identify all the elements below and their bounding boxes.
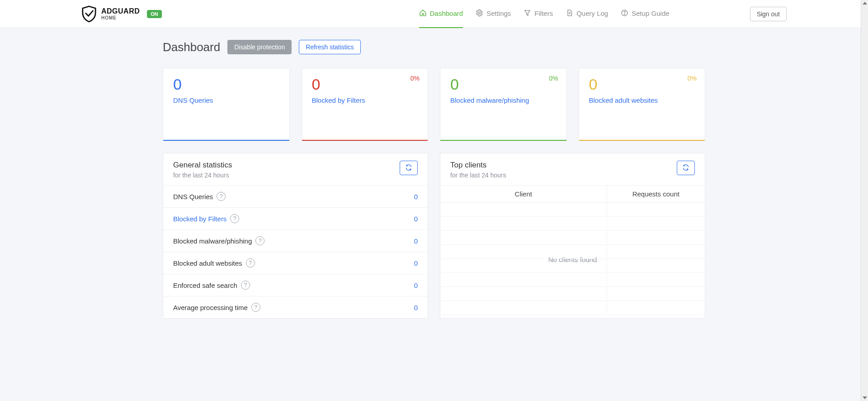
panel-title: General statistics — [173, 161, 232, 170]
document-icon — [566, 9, 573, 18]
column-header-requests[interactable]: Requests count — [607, 186, 705, 202]
stat-row-value: 0 — [414, 304, 418, 311]
stat-row-value: 0 — [414, 259, 418, 267]
help-icon[interactable]: ? — [217, 192, 226, 201]
refresh-icon — [405, 164, 412, 172]
stat-row-blocked-malware: Blocked malware/phishing ? 0 — [163, 230, 428, 252]
help-icon[interactable]: ? — [246, 258, 255, 267]
nav-dashboard-label: Dashboard — [430, 10, 463, 17]
panel-head: General statistics for the last 24 hours — [163, 153, 428, 186]
funnel-icon — [524, 9, 531, 18]
help-icon[interactable]: ? — [241, 281, 250, 290]
protection-status-badge: ON — [147, 10, 162, 18]
stat-row-value: 0 — [414, 215, 418, 223]
refresh-icon — [682, 164, 689, 172]
panel-subtitle: for the last 24 hours — [173, 172, 232, 179]
main-container: Dashboard Disable protection Refresh sta… — [163, 28, 705, 337]
stat-row-label: DNS Queries — [173, 193, 213, 200]
vertical-scrollbar[interactable] — [861, 0, 868, 337]
home-icon — [419, 9, 427, 18]
header-bar: ADGUARD HOME ON Dashboard Settings Filte… — [0, 0, 868, 28]
stat-row-blocked-filters: Blocked by Filters ? 0 — [163, 208, 428, 230]
nav-filters[interactable]: Filters — [524, 0, 553, 28]
question-circle-icon — [621, 9, 628, 18]
nav-setup-guide-label: Setup Guide — [632, 10, 669, 17]
stat-row-blocked-adult: Blocked adult websites ? 0 — [163, 252, 428, 274]
stat-card-blocked-filters: 0% 0 Blocked by Filters — [302, 68, 429, 141]
help-icon[interactable]: ? — [230, 214, 239, 223]
stat-percent: 0% — [688, 75, 697, 82]
logo-text: ADGUARD HOME — [101, 8, 140, 20]
stat-value: 0 — [450, 76, 557, 92]
clients-table-header: Client Requests count — [440, 186, 705, 203]
stat-row-safe-search: Enforced safe search ? 0 — [163, 274, 428, 296]
stat-row-label: Blocked malware/phishing — [173, 237, 252, 245]
nav-dashboard[interactable]: Dashboard — [419, 0, 463, 28]
refresh-statistics-button[interactable]: Refresh statistics — [299, 40, 361, 54]
panel-title: Top clients — [450, 161, 506, 170]
stat-label-link[interactable]: Blocked by Filters — [312, 96, 418, 104]
stat-row-label: Average processing time — [173, 304, 248, 311]
stat-row-label: Enforced safe search — [173, 282, 237, 289]
refresh-icon-button[interactable] — [677, 161, 695, 175]
disable-protection-button[interactable]: Disable protection — [227, 40, 292, 54]
column-header-client[interactable]: Client — [440, 186, 607, 202]
nav-filters-label: Filters — [534, 10, 553, 17]
gear-icon — [476, 9, 483, 18]
stat-card-blocked-malware: 0% 0 Blocked malware/phishing — [440, 68, 567, 141]
signout-button[interactable]: Sign out — [750, 7, 787, 21]
stat-cards-row: 0 DNS Queries 0% 0 Blocked by Filters 0%… — [163, 68, 705, 141]
stat-value: 0 — [312, 76, 418, 92]
stat-percent: 0% — [549, 75, 558, 82]
empty-rows-background — [440, 203, 705, 316]
stat-value: 0 — [173, 76, 279, 92]
stat-row-label: Blocked adult websites — [173, 259, 242, 267]
panel-head: Top clients for the last 24 hours — [440, 153, 705, 186]
stat-card-blocked-adult: 0% 0 Blocked adult websites — [579, 68, 706, 141]
panel-subtitle: for the last 24 hours — [450, 172, 506, 179]
nav-query-log[interactable]: Query Log — [566, 0, 608, 28]
nav-settings-label: Settings — [486, 10, 511, 17]
help-icon[interactable]: ? — [251, 303, 260, 312]
top-clients-panel: Top clients for the last 24 hours Client… — [440, 153, 705, 319]
page-header: Dashboard Disable protection Refresh sta… — [163, 40, 705, 54]
nav-settings[interactable]: Settings — [476, 0, 511, 28]
nav-query-log-label: Query Log — [576, 10, 608, 17]
stat-label-link[interactable]: DNS Queries — [173, 96, 279, 104]
logo-subtitle: HOME — [101, 16, 140, 20]
stat-card-dns-queries: 0 DNS Queries — [163, 68, 290, 141]
stat-row-value: 0 — [414, 193, 418, 200]
stat-value: 0 — [589, 76, 695, 92]
svg-point-2 — [624, 14, 625, 14]
panel-row: General statistics for the last 24 hours… — [163, 153, 705, 319]
help-icon[interactable]: ? — [255, 236, 264, 245]
stat-percent: 0% — [410, 75, 420, 82]
stat-row-value: 0 — [414, 237, 418, 245]
general-statistics-panel: General statistics for the last 24 hours… — [163, 153, 428, 319]
refresh-icon-button[interactable] — [400, 161, 418, 175]
stat-label-link[interactable]: Blocked adult websites — [589, 96, 695, 104]
clients-table-body: No clients found — [440, 203, 705, 316]
logo-title: ADGUARD — [101, 8, 140, 15]
page-title: Dashboard — [163, 40, 220, 54]
stat-row-value: 0 — [414, 282, 418, 289]
logo-group[interactable]: ADGUARD HOME ON — [81, 5, 162, 23]
svg-point-0 — [479, 12, 481, 14]
nav-setup-guide[interactable]: Setup Guide — [621, 0, 669, 28]
stat-row-dns-queries: DNS Queries ? 0 — [163, 186, 428, 208]
stat-row-label-link[interactable]: Blocked by Filters — [173, 215, 226, 223]
top-nav: Dashboard Settings Filters Query Log Set… — [419, 0, 787, 28]
stat-row-processing-time: Average processing time ? 0 — [163, 296, 428, 318]
stat-label-link[interactable]: Blocked malware/phishing — [450, 96, 557, 104]
shield-check-icon — [81, 5, 97, 23]
